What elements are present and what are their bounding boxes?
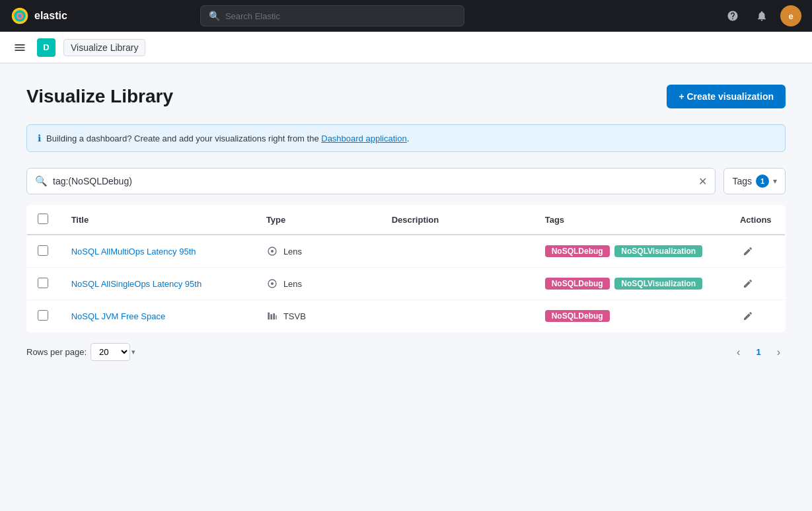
table-cell-checkbox xyxy=(27,235,61,268)
help-icon xyxy=(727,10,739,22)
search-icon: 🔍 xyxy=(209,11,220,21)
table-cell-tags-1: NoSQLDebug NoSQLVisualization xyxy=(535,235,729,268)
table-header-tags: Tags xyxy=(535,206,729,235)
pencil-icon-2 xyxy=(743,278,753,289)
table-row: NoSQL AllSingleOps Latency 95th Lens NoS… xyxy=(27,268,786,300)
select-all-checkbox[interactable] xyxy=(38,214,48,224)
table-header-title: Title xyxy=(61,206,256,235)
elastic-logo-text: elastic xyxy=(34,10,67,22)
table-cell-checkbox xyxy=(27,300,61,333)
table-cell-desc-3 xyxy=(381,300,535,333)
lens-type-icon-2 xyxy=(266,278,278,290)
table-cell-title-2: NoSQL AllSingleOps Latency 95th xyxy=(61,268,256,300)
table-cell-actions-1 xyxy=(729,235,786,268)
pencil-icon-1 xyxy=(743,246,753,256)
pencil-icon-3 xyxy=(743,311,753,321)
table-header-actions: Actions xyxy=(729,206,786,235)
tag-nosqldebug-1: NoSQLDebug xyxy=(545,245,610,257)
lens-type-icon-1 xyxy=(266,245,278,257)
type-label-3: TSVB xyxy=(283,311,306,321)
row-checkbox-3[interactable] xyxy=(38,310,48,321)
table-header-description: Description xyxy=(381,206,535,235)
edit-button-1[interactable] xyxy=(740,243,756,259)
space-badge: D xyxy=(37,38,55,57)
svg-rect-10 xyxy=(273,313,275,319)
tag-nosqldebug-3: NoSQLDebug xyxy=(545,310,610,322)
info-banner: ℹ Building a dashboard? Create and add y… xyxy=(26,124,786,152)
svg-rect-8 xyxy=(268,313,270,320)
tags-filter-label: Tags xyxy=(732,176,752,186)
tag-nosqlvisualization-1: NoSQLVisualization xyxy=(614,245,702,257)
svg-rect-11 xyxy=(276,315,276,320)
breadcrumb-bar: D Visualize Library xyxy=(0,32,812,63)
table-cell-desc-2 xyxy=(381,268,535,300)
search-field[interactable]: 🔍 ✕ xyxy=(26,168,716,194)
table-cell-title-1: NoSQL AllMultiOps Latency 95th xyxy=(61,235,256,268)
main-content: Visualize Library + Create visualization… xyxy=(0,63,812,382)
table-cell-tags-3: NoSQLDebug xyxy=(535,300,729,333)
page-title: Visualize Library xyxy=(26,86,173,107)
svg-rect-9 xyxy=(270,314,272,319)
table-cell-checkbox xyxy=(27,268,61,300)
elastic-logo[interactable]: elastic xyxy=(11,7,67,25)
rows-per-page-select[interactable]: 20 50 100 xyxy=(91,343,130,361)
svg-point-5 xyxy=(271,250,274,253)
type-label-1: Lens xyxy=(283,247,302,256)
hamburger-icon xyxy=(13,41,26,54)
table-cell-actions-2 xyxy=(729,268,786,300)
tags-filter[interactable]: Tags 1 ▾ xyxy=(723,168,786,194)
tags-filter-chevron-icon: ▾ xyxy=(773,177,777,186)
page-header: Visualize Library + Create visualization xyxy=(26,85,786,108)
breadcrumb-page-label: Visualize Library xyxy=(63,39,145,56)
table-cell-tags-2: NoSQLDebug NoSQLVisualization xyxy=(535,268,729,300)
bell-icon xyxy=(756,10,768,22)
clear-search-button[interactable]: ✕ xyxy=(698,175,707,188)
table-header-row: Title Type Description Tags Actions xyxy=(27,206,786,235)
global-search-input[interactable] xyxy=(225,11,456,21)
table-cell-actions-3 xyxy=(729,300,786,333)
table-row: NoSQL JVM Free Space TSVB NoSQLDebug xyxy=(27,300,786,333)
table-cell-type-2: Lens xyxy=(256,268,381,300)
current-page-number: 1 xyxy=(751,344,766,360)
type-label-2: Lens xyxy=(283,279,302,289)
next-page-button[interactable]: › xyxy=(772,344,786,361)
search-input[interactable] xyxy=(53,176,693,186)
edit-button-2[interactable] xyxy=(740,276,756,292)
tag-nosqldebug-2: NoSQLDebug xyxy=(545,278,610,290)
filter-row: 🔍 ✕ Tags 1 ▾ xyxy=(26,168,786,194)
table-cell-type-3: TSVB xyxy=(256,300,381,333)
table-cell-type-1: Lens xyxy=(256,235,381,268)
table-cell-desc-1 xyxy=(381,235,535,268)
prev-page-button[interactable]: ‹ xyxy=(731,344,745,361)
table-header-type: Type xyxy=(256,206,381,235)
table-cell-title-3: NoSQL JVM Free Space xyxy=(61,300,256,333)
tags-filter-count: 1 xyxy=(756,175,769,188)
edit-button-3[interactable] xyxy=(740,308,756,324)
pagination-row: Rows per page: 20 50 100 ▾ ‹ 1 › xyxy=(26,343,786,361)
visualization-title-link-2[interactable]: NoSQL AllSingleOps Latency 95th xyxy=(71,279,202,289)
info-icon: ℹ xyxy=(38,133,41,143)
tag-nosqlvisualization-2: NoSQLVisualization xyxy=(614,278,702,290)
create-visualization-button[interactable]: + Create visualization xyxy=(667,85,786,108)
dropdown-chevron-icon: ▾ xyxy=(131,348,135,356)
info-banner-text: Building a dashboard? Create and add you… xyxy=(46,134,409,143)
svg-point-3 xyxy=(18,14,21,17)
tsvb-type-icon-3 xyxy=(266,310,278,322)
search-field-icon: 🔍 xyxy=(35,175,48,187)
global-search-bar[interactable]: 🔍 xyxy=(200,5,464,26)
visualizations-table: Title Type Description Tags Actions NoSQ… xyxy=(26,205,786,333)
visualization-title-link-1[interactable]: NoSQL AllMultiOps Latency 95th xyxy=(71,247,196,256)
page-navigation: ‹ 1 › xyxy=(731,344,786,361)
row-checkbox-2[interactable] xyxy=(38,278,48,288)
row-checkbox-1[interactable] xyxy=(38,245,48,256)
user-avatar[interactable]: e xyxy=(780,5,801,26)
help-icon-btn[interactable] xyxy=(722,5,743,26)
table-header-checkbox xyxy=(27,206,61,235)
table-row: NoSQL AllMultiOps Latency 95th Lens NoSQ… xyxy=(27,235,786,268)
dashboard-application-link[interactable]: Dashboard application xyxy=(321,134,406,143)
nav-icons: e xyxy=(722,5,801,26)
visualization-title-link-3[interactable]: NoSQL JVM Free Space xyxy=(71,311,166,321)
rows-per-page-label: Rows per page: xyxy=(26,347,87,357)
hamburger-menu-button[interactable] xyxy=(11,38,29,57)
notifications-icon-btn[interactable] xyxy=(751,5,772,26)
